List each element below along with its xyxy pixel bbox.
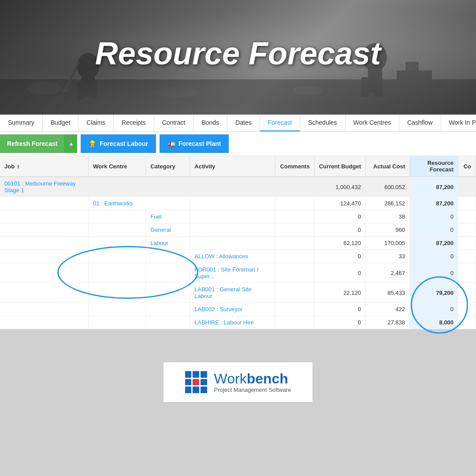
cell-resource-forecast: 0	[409, 303, 458, 316]
col-header-comments[interactable]: Comments	[275, 156, 314, 177]
svg-rect-14	[397, 71, 432, 93]
table-row: General 0 960 0	[0, 223, 476, 237]
data-table: Job ⬆ Work Centre Category Activity Comm…	[0, 156, 476, 329]
table-row: LABHIRE : Labour Hire 0 27,838 8,000	[0, 316, 476, 329]
cell-current-budget: 124,470	[314, 197, 365, 210]
logo-grid-cell	[201, 379, 207, 386]
cell-current-budget: 1,000,432	[314, 177, 365, 197]
cell-work-centre	[89, 283, 146, 303]
category-link[interactable]: Fuel	[150, 213, 161, 220]
cell-activity: LAB001 : General Site Labour	[190, 283, 275, 303]
cell-actual-cost: 422	[365, 303, 409, 316]
logo-text-area: Workbench Project Management Software	[214, 372, 291, 393]
cell-activity	[190, 210, 275, 223]
forecast-plant-button[interactable]: 🚛 Forecast Plant	[160, 134, 229, 153]
tab-cashflow[interactable]: Cashflow	[399, 115, 441, 131]
col-header-category[interactable]: Category	[146, 156, 190, 177]
tab-claims[interactable]: Claims	[78, 115, 114, 131]
table-row: 01 : Earthworks 124,470 286,152 87,200	[0, 197, 476, 210]
col-header-job[interactable]: Job ⬆	[0, 156, 89, 177]
cell-work-centre	[89, 237, 146, 250]
forecast-labour-button[interactable]: 👷 Forecast Labour	[81, 134, 156, 153]
cell-comments	[275, 210, 314, 223]
category-link[interactable]: Labour	[150, 240, 168, 246]
tab-dates[interactable]: Dates	[227, 115, 260, 131]
cell-comments	[275, 177, 314, 197]
col-header-actual-cost[interactable]: Actual Cost	[365, 156, 409, 177]
svg-point-11	[26, 82, 62, 95]
cell-category: General	[146, 223, 190, 237]
table-row: 00101 : Melbourne Freeway Stage 1 1,000,…	[0, 177, 476, 197]
tab-forecast[interactable]: Forecast	[260, 115, 300, 131]
tab-summary[interactable]: Summary	[0, 115, 43, 131]
refresh-dropdown-arrow[interactable]: ▲	[64, 134, 77, 153]
logo-grid-cell	[185, 379, 192, 386]
cell-comments	[275, 250, 314, 263]
tab-work-centres[interactable]: Work Centres	[346, 115, 399, 131]
activity-link[interactable]: FOR001 : Site Foreman / Super...	[194, 266, 258, 279]
cell-comments	[275, 316, 314, 329]
nav-tabs: Summary Budget Claims Receipts Contract …	[0, 115, 476, 132]
cell-actual-cost: 85,433	[365, 283, 409, 303]
cell-work-centre	[89, 303, 146, 316]
cell-activity	[190, 177, 275, 197]
cell-comments	[275, 263, 314, 283]
cell-category	[146, 316, 190, 329]
cell-resource-forecast: 0	[409, 250, 458, 263]
tab-receipts[interactable]: Receipts	[114, 115, 154, 131]
col-header-activity[interactable]: Activity	[190, 156, 275, 177]
cell-category	[146, 263, 190, 283]
cell-work-centre	[89, 316, 146, 329]
tab-contract[interactable]: Contract	[154, 115, 194, 131]
cell-work-centre	[89, 250, 146, 263]
col-header-resource-forecast[interactable]: ResourceForecast	[409, 156, 458, 177]
col-header-current-budget[interactable]: Current Budget	[314, 156, 365, 177]
work-centre-link[interactable]: 01 : Earthworks	[93, 200, 133, 207]
logo-grid-cell	[201, 387, 207, 393]
cell-job	[0, 283, 89, 303]
logo-box: Workbench Project Management Software	[163, 362, 313, 402]
cell-co	[458, 316, 476, 329]
job-link[interactable]: 00101 : Melbourne Freeway Stage 1	[4, 180, 76, 193]
cell-actual-cost: 2,467	[365, 263, 409, 283]
cell-comments	[275, 237, 314, 250]
cell-activity: FOR001 : Site Foreman / Super...	[190, 263, 275, 283]
toolbar: Refresh Forecast ▲ 👷 Forecast Labour 🚛 F…	[0, 132, 476, 156]
cell-work-centre	[89, 177, 146, 197]
tab-work-in-progress[interactable]: Work In Progress	[441, 115, 476, 131]
activity-link[interactable]: LABHIRE : Labour Hire	[194, 319, 253, 326]
activity-link[interactable]: ALLOW : Allowances	[194, 253, 248, 260]
cell-comments	[275, 303, 314, 316]
plant-icon: 🚛	[167, 140, 175, 147]
cell-current-budget: 0	[314, 303, 365, 316]
svg-rect-7	[361, 77, 369, 97]
cell-category: Fuel	[146, 210, 190, 223]
col-header-work-centre[interactable]: Work Centre	[89, 156, 146, 177]
cell-job	[0, 263, 89, 283]
col-header-co[interactable]: Co	[458, 156, 476, 177]
cell-current-budget: 0	[314, 263, 365, 283]
svg-rect-15	[405, 62, 419, 71]
sort-icon-job: ⬆	[16, 164, 20, 169]
cell-work-centre	[89, 223, 146, 237]
cell-current-budget: 22,120	[314, 283, 365, 303]
tab-budget[interactable]: Budget	[43, 115, 78, 131]
table-row: Fuel 0 38 0	[0, 210, 476, 223]
activity-link[interactable]: LAB002 : Surveyor	[194, 306, 242, 312]
cell-resource-forecast: 87,200	[409, 177, 458, 197]
tab-bonds[interactable]: Bonds	[193, 115, 227, 131]
cell-comments	[275, 197, 314, 210]
cell-current-budget: 0	[314, 316, 365, 329]
cell-activity: LABHIRE : Labour Hire	[190, 316, 275, 329]
tab-schedules[interactable]: Schedules	[300, 115, 345, 131]
activity-link[interactable]: LAB001 : General Site Labour	[194, 286, 251, 299]
refresh-label: Refresh Forecast	[7, 140, 57, 147]
cell-co	[458, 223, 476, 237]
cell-resource-forecast: 87,200	[409, 237, 458, 250]
cell-co	[458, 283, 476, 303]
forecast-plant-label: Forecast Plant	[178, 140, 221, 147]
refresh-forecast-button[interactable]: Refresh Forecast	[0, 134, 64, 153]
table-row: ALLOW : Allowances 0 33 0	[0, 250, 476, 263]
cell-activity: LAB002 : Surveyor	[190, 303, 275, 316]
category-link[interactable]: General	[150, 227, 171, 233]
